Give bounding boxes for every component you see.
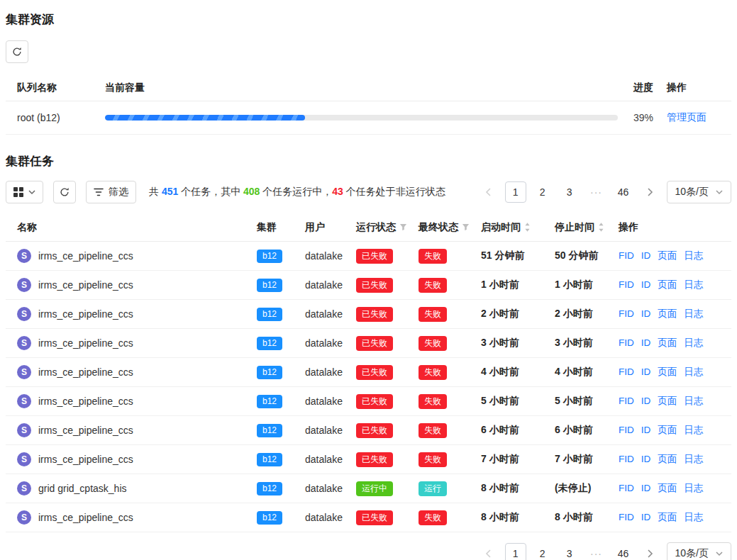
run-status-badge: 已失败 (356, 249, 393, 264)
task-name: irms_ce_pipeline_ccs (38, 366, 133, 378)
page: 集群资源 队列名称 当前容量 进度 操作 root (b12) 39% 管理页面… (0, 0, 737, 560)
page-button-1[interactable]: 1 (505, 543, 526, 560)
filter-funnel-icon[interactable] (462, 223, 470, 231)
action-link-log[interactable]: 日志 (684, 337, 703, 348)
action-link-id[interactable]: ID (641, 454, 651, 464)
refresh-resources-button[interactable] (6, 40, 28, 63)
chevron-down-icon (28, 190, 35, 195)
spark-avatar: S (17, 249, 31, 263)
action-link-log[interactable]: 日志 (684, 279, 703, 290)
action-link-page[interactable]: 页面 (658, 308, 677, 319)
next-page-button[interactable] (640, 543, 661, 560)
tasks-table-header: 名称 集群 用户 运行状态 最终状态 启动时间 (6, 213, 731, 242)
action-link-log[interactable]: 日志 (684, 250, 703, 261)
action-link-id[interactable]: ID (641, 337, 651, 348)
action-link-log[interactable]: 日志 (684, 366, 703, 377)
resources-table-header: 队列名称 当前容量 进度 操作 (6, 74, 731, 101)
refresh-tasks-button[interactable] (53, 181, 76, 203)
action-link-page[interactable]: 页面 (658, 483, 677, 493)
task-user: datalake (305, 366, 356, 378)
page-size-select[interactable]: 10条/页 (667, 542, 731, 560)
action-link-page[interactable]: 页面 (658, 425, 677, 435)
page-button-2[interactable]: 2 (532, 543, 553, 560)
chevron-left-icon (485, 549, 492, 558)
action-link-page[interactable]: 页面 (658, 396, 677, 406)
action-link-fid[interactable]: FID (619, 308, 634, 319)
prev-page-button[interactable] (478, 543, 499, 560)
action-link-fid[interactable]: FID (619, 366, 634, 377)
page-button-3[interactable]: 3 (559, 181, 580, 203)
action-link-fid[interactable]: FID (619, 425, 634, 435)
layout-button[interactable] (6, 181, 43, 203)
action-link-id[interactable]: ID (641, 279, 651, 290)
action-link-log[interactable]: 日志 (684, 308, 703, 319)
action-link-id[interactable]: ID (641, 308, 651, 319)
stop-time: 1 小时前 (555, 279, 619, 291)
col-queue-name: 队列名称 (6, 82, 105, 94)
tasks-table: 名称 集群 用户 运行状态 最终状态 启动时间 (6, 213, 731, 532)
action-link-page[interactable]: 页面 (658, 454, 677, 464)
action-link-log[interactable]: 日志 (684, 454, 703, 464)
chevron-down-icon (716, 551, 723, 556)
action-link-fid[interactable]: FID (619, 250, 634, 261)
action-link-fid[interactable]: FID (619, 483, 634, 493)
cluster-badge: b12 (257, 366, 282, 379)
action-link-page[interactable]: 页面 (658, 279, 677, 290)
action-link-fid[interactable]: FID (619, 512, 634, 522)
next-page-button[interactable] (640, 181, 661, 203)
action-link-id[interactable]: ID (641, 483, 651, 493)
summary-text: 个任务运行中， (260, 186, 332, 197)
row-actions: FIDID页面日志 (619, 308, 731, 320)
action-link-id[interactable]: ID (641, 425, 651, 435)
action-link-id[interactable]: ID (641, 512, 651, 522)
final-status-badge: 失败 (419, 394, 447, 409)
start-time: 6 小时前 (481, 424, 555, 437)
action-link-id[interactable]: ID (641, 366, 651, 377)
start-time: 2 小时前 (481, 308, 555, 320)
action-link-page[interactable]: 页面 (658, 366, 677, 377)
sort-icon[interactable] (524, 223, 531, 232)
filter-button-label: 筛选 (109, 186, 128, 198)
run-status-badge: 已失败 (356, 510, 393, 525)
page-button-1[interactable]: 1 (505, 181, 526, 203)
summary-text: 个任务处于非运行状态 (343, 186, 445, 197)
action-link-log[interactable]: 日志 (684, 425, 703, 435)
action-link-fid[interactable]: FID (619, 337, 634, 348)
action-link-log[interactable]: 日志 (684, 396, 703, 406)
manage-page-link[interactable]: 管理页面 (667, 111, 706, 123)
cluster-badge: b12 (257, 308, 282, 321)
page-button-46[interactable]: 46 (613, 181, 634, 203)
table-row: S irms_ce_pipeline_ccs b12 datalake 已失败 … (6, 329, 731, 358)
resource-row: root (b12) 39% 管理页面 (6, 101, 731, 135)
filter-button[interactable]: 筛选 (86, 181, 136, 203)
page-button-2[interactable]: 2 (532, 181, 553, 203)
action-link-fid[interactable]: FID (619, 279, 634, 290)
start-time: 4 小时前 (481, 366, 555, 379)
pagination-top: 123···46 (478, 181, 661, 203)
spark-avatar: S (17, 307, 31, 321)
stop-time: 7 小时前 (555, 453, 619, 466)
chevron-right-icon (647, 188, 653, 196)
action-link-log[interactable]: 日志 (684, 512, 703, 522)
filter-funnel-icon[interactable] (399, 223, 407, 231)
run-status-badge: 运行中 (356, 481, 393, 496)
row-actions: FIDID页面日志 (619, 453, 731, 466)
action-link-page[interactable]: 页面 (658, 250, 677, 261)
action-link-fid[interactable]: FID (619, 454, 634, 464)
page-button-46[interactable]: 46 (613, 543, 634, 560)
action-link-fid[interactable]: FID (619, 396, 634, 406)
sort-icon[interactable] (598, 223, 604, 232)
action-link-id[interactable]: ID (641, 396, 651, 406)
action-link-page[interactable]: 页面 (658, 337, 677, 348)
action-link-id[interactable]: ID (641, 250, 651, 261)
page-size-select[interactable]: 10条/页 (667, 181, 731, 203)
task-name: irms_ce_pipeline_ccs (38, 454, 133, 465)
action-link-page[interactable]: 页面 (658, 512, 677, 522)
page-button-3[interactable]: 3 (559, 543, 580, 560)
cluster-badge: b12 (257, 511, 282, 525)
action-link-log[interactable]: 日志 (684, 483, 703, 493)
task-user: datalake (305, 483, 356, 494)
prev-page-button[interactable] (478, 181, 499, 203)
resources-section-title: 集群资源 (6, 11, 731, 28)
start-time: 5 小时前 (481, 395, 555, 408)
